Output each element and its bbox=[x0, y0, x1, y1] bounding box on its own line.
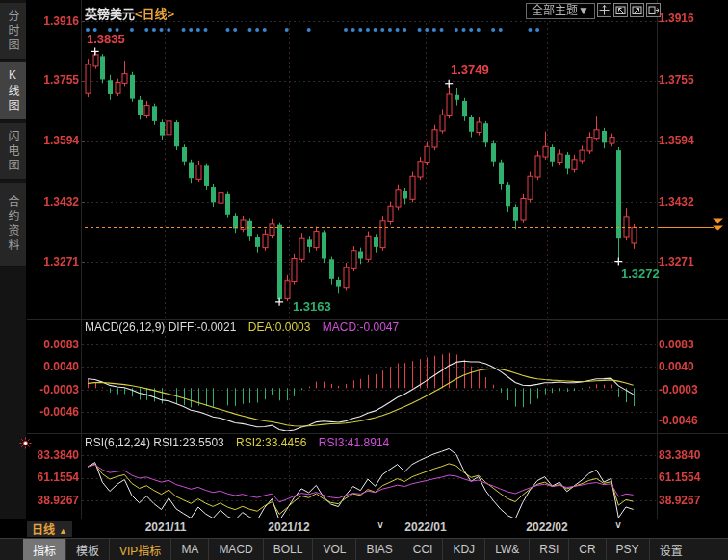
price-axis-label: 1.3755 bbox=[659, 73, 694, 87]
sidebar-item-contract-info[interactable]: 合约资料 bbox=[0, 183, 26, 267]
period-selector[interactable]: 日线▲ bbox=[27, 521, 72, 537]
tab-cci[interactable]: CCI bbox=[403, 539, 444, 560]
tab-vol[interactable]: VOL bbox=[313, 539, 356, 560]
tab-cr[interactable]: CR bbox=[569, 539, 606, 560]
sidebar-item-kline[interactable]: K线图 bbox=[0, 62, 26, 120]
tab-rsi[interactable]: RSI bbox=[530, 539, 569, 560]
rsi-title-rsi2: RSI2:33.4456 bbox=[236, 436, 306, 449]
high-price-annotation: 1.3835 bbox=[87, 32, 125, 46]
macd-axis-label: 0.0083 bbox=[659, 338, 694, 351]
left-axis-line bbox=[81, 0, 82, 519]
sidebar-item-label: K线图 bbox=[5, 68, 21, 114]
rsi-axis-label: 61.1554 bbox=[659, 471, 700, 484]
price-axis-label: 1.3271 bbox=[659, 255, 694, 268]
macd-title-dea: DEA:0.0003 bbox=[248, 320, 311, 334]
macd-axis-label: -0.0046 bbox=[29, 405, 79, 419]
tab-templates[interactable]: 模板 bbox=[66, 539, 110, 560]
price-axis-label: 1.3271 bbox=[29, 255, 79, 268]
month-label: 2021/12 bbox=[268, 521, 309, 534]
macd-header: MACD(26,12,9) DIFF:-0.0021 DEA:0.0003 MA… bbox=[85, 320, 399, 334]
tab-macd[interactable]: MACD bbox=[209, 539, 263, 560]
alert-sun-icon[interactable] bbox=[19, 436, 32, 453]
tab-settings[interactable]: 设置 bbox=[650, 539, 692, 560]
chevron-down-icon[interactable]: ∨ bbox=[377, 519, 384, 531]
triangle-up-icon: ▲ bbox=[59, 526, 67, 536]
rsi-title-rsi1: RSI(6,12,24) RSI1:23.5503 bbox=[85, 436, 224, 449]
macd-title-macd: MACD:-0.0047 bbox=[323, 320, 399, 334]
chart-title: 英镑美元<日线> bbox=[85, 4, 174, 22]
price-axis-label: 1.3594 bbox=[29, 134, 79, 147]
macd-axis-label: -0.0046 bbox=[659, 414, 698, 427]
rsi-axis-label: 83.3840 bbox=[659, 448, 700, 462]
macd-axis-label: 0.0040 bbox=[659, 360, 694, 373]
rsi-header: RSI(6,12,24) RSI1:23.5503 RSI2:33.4456 R… bbox=[85, 436, 389, 449]
tab-indicators[interactable]: 指标 bbox=[23, 539, 66, 560]
month-label: 2022/01 bbox=[404, 521, 446, 534]
price-axis-label: 1.3432 bbox=[29, 195, 79, 209]
macd-title-diff: MACD(26,12,9) DIFF:-0.0021 bbox=[85, 320, 236, 334]
rsi-axis-label: 38.9267 bbox=[29, 494, 79, 507]
sidebar-item-timeshare[interactable]: 分时图 bbox=[0, 3, 26, 60]
macd-axis-label: -0.0003 bbox=[659, 383, 698, 396]
macd-axis-label: -0.0003 bbox=[29, 383, 79, 396]
chevron-down-icon[interactable]: ∨ bbox=[614, 519, 622, 531]
sidebar-item-label: 合约资料 bbox=[5, 195, 21, 253]
sidebar-item-label: 分时图 bbox=[5, 10, 21, 53]
tab-lwr[interactable]: LW& bbox=[485, 539, 530, 560]
macd-axis-label: 0.0040 bbox=[29, 360, 79, 373]
price-axis-label: 1.3916 bbox=[29, 14, 79, 28]
rsi-title-rsi3: RSI3:41.8914 bbox=[319, 436, 389, 449]
price-axis-label: 1.3432 bbox=[659, 195, 694, 209]
low-price-annotation: 1.3272 bbox=[621, 267, 660, 281]
month-label: 2021/11 bbox=[145, 521, 187, 534]
tab-bias[interactable]: BIAS bbox=[356, 539, 403, 560]
app-window: 分时图 K线图 闪电图 合约资料 英镑美元<日线> 全部主题▼ 1.3916 1… bbox=[0, 0, 728, 560]
period-tag: <日线> bbox=[135, 7, 174, 21]
pan-crosshair-icon[interactable] bbox=[597, 3, 611, 17]
price-axis-label: 1.3594 bbox=[659, 134, 694, 147]
price-axis-label: 1.3916 bbox=[659, 12, 694, 25]
sidebar-item-label: 闪电图 bbox=[5, 130, 21, 173]
sidebar-item-lightning[interactable]: 闪电图 bbox=[0, 123, 26, 180]
price-axis-label: 1.3755 bbox=[29, 73, 79, 87]
high-price-annotation: 1.3749 bbox=[451, 63, 489, 77]
low-price-annotation: 1.3163 bbox=[293, 299, 331, 314]
rsi-panel-separator bbox=[0, 433, 728, 434]
month-label: 2022/02 bbox=[526, 521, 567, 534]
rsi-axis-label: 83.3840 bbox=[29, 448, 79, 462]
tab-psy[interactable]: PSY bbox=[607, 539, 650, 560]
theme-selector-button[interactable]: 全部主题▼ bbox=[526, 3, 595, 19]
right-axis-line bbox=[657, 0, 658, 519]
macd-axis-label: 0.0083 bbox=[29, 338, 79, 351]
tab-vip-indicators[interactable]: VIP指标 bbox=[110, 539, 171, 560]
left-sidebar: 分时图 K线图 闪电图 合约资料 bbox=[0, 0, 27, 538]
rsi-axis-label: 38.9267 bbox=[659, 494, 700, 507]
scale-right-icon[interactable] bbox=[630, 3, 644, 17]
time-axis-row: 日线▲ 2021/11 2021/12 2022/01 2022/02 ∨ ∨ bbox=[0, 519, 728, 538]
kline-chart-canvas[interactable] bbox=[0, 0, 728, 560]
tab-kdj[interactable]: KDJ bbox=[443, 539, 485, 560]
period-label: 日线 bbox=[32, 523, 55, 537]
tab-boll[interactable]: BOLL bbox=[264, 539, 314, 560]
symbol-name: 英镑美元 bbox=[85, 7, 135, 21]
tab-ma[interactable]: MA bbox=[171, 539, 209, 560]
rsi-axis-label: 61.1554 bbox=[29, 471, 79, 484]
indicator-toolbar: 指标 模板 VIP指标 MA MACD BOLL VOL BIAS CCI KD… bbox=[0, 538, 728, 560]
scale-left-icon[interactable] bbox=[613, 3, 628, 17]
